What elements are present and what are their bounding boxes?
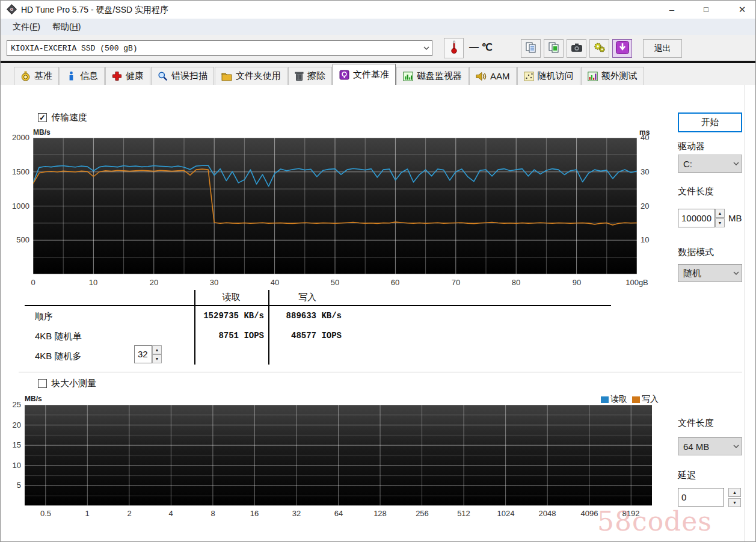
screenshot-icon [570, 42, 583, 55]
minimize-button[interactable]: – [659, 1, 684, 19]
axis-tick-label: 2000 [1, 133, 29, 142]
axis-tick-label: 256 [404, 509, 440, 518]
error-scan-icon [158, 71, 168, 81]
temperature-button[interactable] [444, 38, 464, 58]
start-button-label: 开始 [701, 117, 719, 128]
content-area: ✓ 传输速度 MB/s ms 200015001000500 40302010 … [1, 85, 755, 542]
tab-info[interactable]: 信息 [60, 67, 105, 85]
tab-folder-usage[interactable]: 文件夹使用 [215, 67, 287, 85]
transfer-speed-label: 传输速度 [51, 112, 87, 123]
axis-tick-label: 40 [641, 133, 649, 142]
transfer-speed-checkbox[interactable]: ✓ [38, 113, 47, 122]
legend-read: 读取 [601, 394, 627, 405]
tab-extra-tests[interactable]: 额外测试 [581, 67, 644, 85]
block-file-length-dropdown[interactable]: 64 MB [678, 437, 742, 455]
drive-dropdown[interactable]: C: [678, 155, 742, 173]
spin-down-button[interactable]: ▼ [152, 354, 162, 363]
4kb-single-write-value: 48577 IOPS [269, 331, 342, 340]
queue-depth-input[interactable]: 32 [134, 345, 152, 363]
close-button[interactable]: ✕ [730, 1, 755, 19]
file-benchmark-icon [339, 70, 349, 80]
file-length-unit: MB [728, 213, 742, 223]
spin-up-button[interactable]: ▲ [152, 345, 162, 354]
tab-benchmark[interactable]: 基准 [14, 67, 59, 85]
axis-tick-label: 2048 [529, 509, 565, 518]
exit-button[interactable]: 退出 [643, 39, 682, 58]
delay-input[interactable] [678, 488, 724, 507]
tab-label: 磁盘监视器 [417, 70, 462, 82]
maximize-button[interactable]: □ [693, 1, 719, 19]
menu-item-help[interactable]: 帮助(H) [46, 19, 87, 35]
sequential-write-value: 889633 KB/s [269, 311, 342, 321]
axis-tick-label: 80 [498, 278, 534, 287]
tab-error-scan[interactable]: 错误扫描 [151, 67, 214, 85]
content-right-border [745, 85, 745, 542]
file-length-input[interactable] [678, 209, 715, 227]
axis-tick-label: 10 [75, 278, 111, 287]
read-color-swatch [601, 396, 609, 403]
spin-down-button[interactable]: ▼ [715, 218, 725, 227]
axis-tick-label: 1500 [1, 167, 29, 176]
menu-bar: 文件(F)帮助(H) [1, 19, 755, 35]
tab-label: 随机访问 [538, 70, 574, 82]
tab-random-access[interactable]: 随机访问 [517, 67, 580, 85]
axis-tick-label: 10 [641, 235, 649, 244]
tab-disk-monitor[interactable]: 磁盘监视器 [396, 67, 469, 85]
extra-tests-icon [588, 72, 598, 81]
menu-item-file[interactable]: 文件(F) [7, 19, 46, 35]
axis-tick-label: 512 [446, 509, 482, 518]
save-results-button[interactable] [612, 39, 632, 58]
file-length-label: 文件长度 [678, 186, 714, 197]
write-color-swatch [632, 396, 640, 403]
tab-file-benchmark[interactable]: 文件基准 [333, 64, 396, 85]
screenshot-button[interactable] [567, 39, 586, 58]
copy-text-icon [524, 42, 538, 56]
copy-image-button[interactable] [544, 39, 564, 58]
tab-aam[interactable]: AAM [469, 67, 517, 85]
legend-read-label: 读取 [610, 394, 627, 405]
data-mode-dropdown[interactable]: 随机 [678, 264, 742, 282]
drive-label: 驱动器 [678, 141, 705, 152]
thermometer-icon [450, 40, 458, 57]
tab-label: 基准 [34, 70, 52, 82]
axis-tick-label: 15 [1, 440, 21, 449]
axis-tick-label: 1000 [1, 202, 29, 211]
axis-tick-label: 1024 [488, 509, 524, 518]
folder-usage-icon [221, 72, 232, 81]
block-size-label: 块大小测量 [51, 378, 96, 389]
drive-select-dropdown[interactable]: KIOXIA-EXCERIA SSD (500 gB) [7, 40, 432, 56]
row-4kb-multi-label: 4KB 随机多 [35, 351, 82, 362]
write-column-header: 写入 [268, 292, 346, 303]
axis-tick-label: 16 [236, 509, 272, 518]
drive-select-value: KIOXIA-EXCERIA SSD (500 gB) [7, 44, 421, 53]
tab-health[interactable]: 健康 [105, 67, 150, 85]
tab-label: 擦除 [307, 70, 325, 82]
axis-tick-label: 32 [278, 509, 315, 518]
axis-tick-label: 90 [559, 278, 595, 287]
axis-tick-label: 30 [196, 278, 232, 287]
delay-spin-up-button[interactable]: ▲ [728, 488, 741, 497]
axis-tick-label: 40 [257, 278, 293, 287]
toolbar: KIOXIA-EXCERIA SSD (500 gB) — ℃ 退出 [1, 35, 755, 61]
start-button[interactable]: 开始 [678, 112, 742, 132]
chevron-down-icon [421, 46, 432, 50]
options-button[interactable] [589, 39, 609, 58]
row-4kb-single-label: 4KB 随机单 [35, 331, 82, 342]
table-header-line [25, 305, 611, 306]
4kb-single-read-value: 8751 IOPS [195, 331, 264, 340]
options-icon [593, 42, 606, 56]
data-mode-value: 随机 [678, 268, 731, 279]
axis-tick-label: 30 [641, 167, 649, 176]
spin-up-button[interactable]: ▲ [715, 209, 725, 218]
block-size-checkbox[interactable] [38, 379, 47, 388]
disk-monitor-icon [403, 72, 413, 81]
copy-text-button[interactable] [521, 39, 541, 58]
info-icon [66, 71, 76, 81]
random-access-icon [524, 72, 534, 81]
delay-spin-down-button[interactable]: ▼ [728, 498, 741, 507]
axis-tick-label: 60 [377, 278, 413, 287]
axis-tick-label: 25 [1, 400, 21, 409]
tab-erase[interactable]: 擦除 [288, 67, 332, 85]
axis-tick-label: 20 [641, 202, 649, 211]
tab-label: 文件夹使用 [236, 70, 281, 82]
